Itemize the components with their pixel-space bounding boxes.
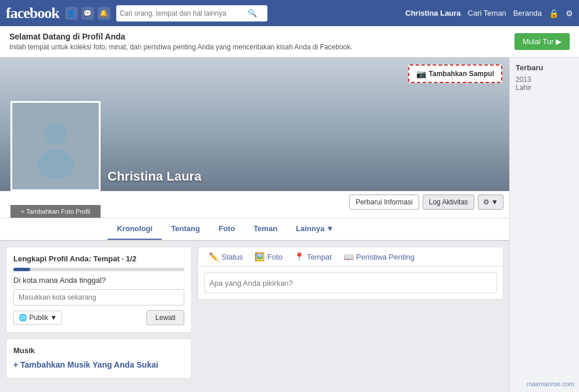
profile-silhouette-svg	[30, 114, 82, 178]
mulai-tur-button[interactable]: Mulai Tur ▶	[514, 33, 570, 50]
center-column: 📷 Tambahkan Sampul Christina Laura	[0, 57, 509, 392]
camera-icon: 📷	[416, 69, 426, 78]
tambahkan-sampul-button[interactable]: 📷 Tambahkan Sampul	[408, 64, 502, 83]
main-container: 📷 Tambahkan Sampul Christina Laura	[0, 57, 579, 392]
messages-icon[interactable]: 💬	[81, 7, 94, 20]
profile-photo	[10, 101, 101, 191]
welcome-heading: Selamat Datang di Profil Anda	[9, 32, 352, 41]
post-box: ✏️ Status 🖼️ Foto 📍 Tempat 📖	[198, 247, 503, 300]
lock-icon[interactable]: 🔒	[549, 9, 559, 18]
profile-name-overlay: Christina Laura	[108, 169, 201, 184]
profile-silhouette	[12, 103, 99, 189]
dropdown-arrow-icon: ▼	[491, 198, 498, 206]
publik-button[interactable]: 🌐 Publik ▼	[13, 311, 62, 325]
right-content: ✏️ Status 🖼️ Foto 📍 Tempat 📖	[198, 247, 503, 384]
progress-bar-container	[13, 268, 184, 271]
navbar-username[interactable]: Christina Laura	[405, 9, 460, 17]
perbarui-informasi-button[interactable]: Perbarui Informasi	[349, 195, 419, 210]
post-tab-tempat[interactable]: 📍 Tempat	[288, 247, 338, 266]
lewati-button[interactable]: Lewati	[146, 310, 184, 325]
facebook-logo[interactable]: facebook	[6, 5, 59, 22]
sidebar-terbaru-title: Terbaru	[516, 63, 573, 72]
welcome-banner: Selamat Datang di Profil Anda Inilah tem…	[0, 26, 579, 57]
progress-bar-fill	[13, 268, 30, 271]
tab-teman[interactable]: Teman	[244, 218, 287, 240]
sidebar-lahir: Lahir	[516, 84, 573, 92]
post-tab-status[interactable]: ✏️ Status	[203, 247, 249, 266]
right-sidebar: Terbaru 2013 Lahir	[509, 57, 579, 392]
welcome-body: Inilah tempat untuk koleksi foto, minat,…	[9, 43, 352, 51]
search-button[interactable]: 🔍	[248, 9, 257, 17]
profile-info-bar: + Tambahkan Foto Profil Perbarui Informa…	[0, 191, 509, 218]
gear-dropdown-button[interactable]: ⚙ ▼	[478, 195, 503, 210]
post-tabs: ✏️ Status 🖼️ Foto 📍 Tempat 📖	[198, 247, 503, 267]
status-icon: ✏️	[209, 252, 219, 261]
cover-area: 📷 Tambahkan Sampul Christina Laura	[0, 57, 509, 191]
tab-tentang[interactable]: Tentang	[162, 218, 209, 240]
notifications-icon[interactable]: 🔔	[98, 7, 110, 20]
city-input[interactable]	[13, 289, 184, 305]
svg-point-0	[44, 121, 67, 145]
search-bar[interactable]: 🔍	[116, 5, 267, 21]
post-input-area	[198, 267, 503, 299]
musik-title: Musik	[13, 346, 184, 355]
profile-completion-title: Lengkapi Profil Anda: Tempat · 1/2	[13, 254, 184, 263]
musik-card: Musik + Tambahkan Musik Yang Anda Sukai	[6, 339, 192, 379]
tab-kronologi[interactable]: Kronologi	[108, 218, 162, 240]
body-content: Lengkapi Profil Anda: Tempat · 1/2 Di ko…	[0, 241, 509, 390]
navbar: facebook 👤 💬 🔔 🔍 Christina Laura Cari Te…	[0, 0, 579, 26]
post-tab-peristiwa[interactable]: 📖 Peristiwa Penting	[338, 247, 420, 266]
profile-completion-card: Lengkapi Profil Anda: Tempat · 1/2 Di ko…	[6, 247, 192, 333]
search-input[interactable]	[120, 9, 248, 17]
log-aktivitas-button[interactable]: Log Aktivitas	[423, 195, 474, 210]
profile-section: 📷 Tambahkan Sampul Christina Laura	[0, 57, 509, 241]
post-tab-foto[interactable]: 🖼️ Foto	[249, 247, 288, 266]
watermark: maxmanroe.com	[527, 380, 574, 387]
navbar-right: Christina Laura Cari Teman Beranda 🔒 ⚙	[405, 9, 573, 18]
gear-icon: ⚙	[483, 198, 489, 206]
svg-point-1	[37, 149, 74, 178]
tab-foto[interactable]: Foto	[209, 218, 244, 240]
tempat-icon: 📍	[294, 252, 304, 261]
find-friends-link[interactable]: Cari Teman	[468, 9, 506, 17]
left-column: Lengkapi Profil Anda: Tempat · 1/2 Di ko…	[6, 247, 192, 384]
welcome-text: Selamat Datang di Profil Anda Inilah tem…	[9, 32, 352, 51]
sidebar-year: 2013	[516, 75, 573, 84]
add-profile-photo-bar[interactable]: + Tambahkan Foto Profil	[10, 205, 101, 218]
profile-tabs: Kronologi Tentang Foto Teman Lainnya ▼	[0, 218, 509, 240]
profile-actions: Perbarui Informasi Log Aktivitas ⚙ ▼	[349, 195, 503, 214]
publik-row: 🌐 Publik ▼ Lewati	[13, 310, 184, 325]
city-question: Di kota mana Anda tinggal?	[13, 276, 184, 285]
friend-request-icon[interactable]: 👤	[65, 7, 78, 20]
home-link[interactable]: Beranda	[513, 9, 542, 17]
add-musik-button[interactable]: + Tambahkan Musik Yang Anda Sukai	[13, 359, 184, 371]
tab-lainnya[interactable]: Lainnya ▼	[287, 218, 343, 240]
post-input[interactable]	[204, 272, 497, 293]
foto-icon: 🖼️	[255, 252, 265, 261]
peristiwa-icon: 📖	[344, 252, 353, 261]
chevron-down-icon: ▼	[326, 224, 334, 233]
settings-icon[interactable]: ⚙	[566, 9, 573, 18]
navbar-quick-icons: 👤 💬 🔔	[65, 7, 110, 20]
